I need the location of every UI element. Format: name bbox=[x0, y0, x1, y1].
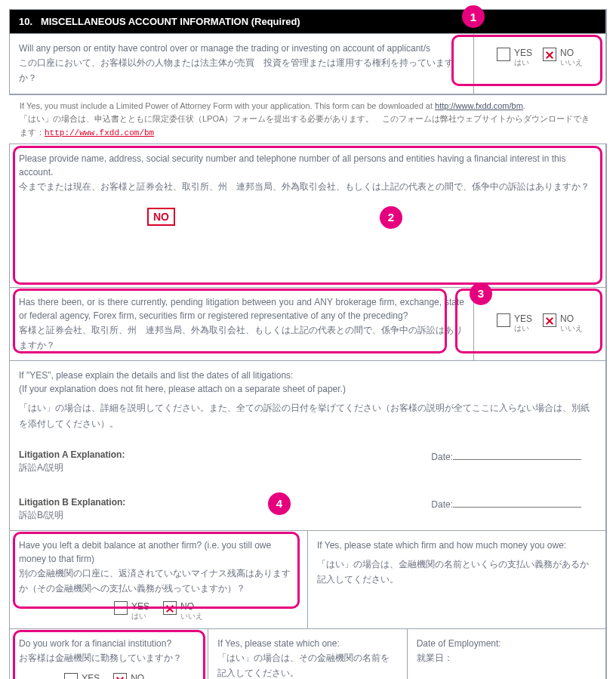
poa-link-en[interactable]: http://www.fxdd.com/bm bbox=[435, 101, 523, 110]
litigation-a-date-field[interactable] bbox=[453, 449, 581, 460]
poa-note: If Yes, you must include a Limited Power… bbox=[9, 95, 607, 144]
q4-no-checkbox[interactable] bbox=[163, 601, 177, 615]
q3-yes-checkbox[interactable] bbox=[497, 313, 510, 327]
q5-col2: If Yes, please state which one: 「はい」の場合は… bbox=[208, 628, 406, 679]
q2-box: Please provide name, address, social sec… bbox=[10, 144, 605, 287]
poa-link-jp[interactable]: http://www.fxdd.com/bm bbox=[45, 128, 154, 137]
annotation-badge-4: 4 bbox=[268, 492, 291, 515]
q2-no-stamp: NO bbox=[147, 208, 175, 226]
q3-question: Has there been, or is there currently, p… bbox=[10, 287, 473, 361]
annotation-badge-1: 1 bbox=[462, 5, 485, 28]
q1-no-checkbox[interactable] bbox=[543, 48, 556, 61]
litigation-a-label: Litigation A Explanation: bbox=[19, 449, 125, 460]
q5-col3: Date of Employment: 就業日： bbox=[407, 628, 605, 679]
litigation-explain: If "YES", please explain the details and… bbox=[10, 360, 605, 530]
section-header: 10. MISCELLANEOUS ACCOUNT INFORMATION (R… bbox=[10, 10, 605, 33]
annotation-badge-3: 3 bbox=[470, 282, 492, 305]
q4-right: If Yes, please state which firm and how … bbox=[307, 530, 605, 628]
q1-yes-checkbox[interactable] bbox=[497, 48, 510, 61]
section-title: MISCELLANEOUS ACCOUNT INFORMATION (Requi… bbox=[41, 16, 300, 27]
litigation-a-date-label: Date: bbox=[431, 452, 453, 462]
q3-yesno: YESはい NOいいえ bbox=[473, 287, 605, 361]
q5-yes-checkbox[interactable] bbox=[64, 673, 78, 679]
q4-yes-checkbox[interactable] bbox=[114, 601, 128, 615]
litigation-b-date-label: Date: bbox=[431, 499, 453, 510]
q4-left: Have you left a debit balance at another… bbox=[10, 530, 307, 628]
q5-col1: Do you work for a financial institution?… bbox=[10, 628, 208, 679]
litigation-b-label: Litigation B Explanation: bbox=[19, 497, 125, 508]
q3-no-checkbox[interactable] bbox=[543, 313, 556, 327]
q1-yesno: YESはい NOいいえ bbox=[473, 33, 605, 94]
q1-question: Will any person or entity have control o… bbox=[10, 33, 473, 94]
annotation-badge-2: 2 bbox=[380, 206, 402, 229]
section-number: 10. bbox=[19, 16, 32, 27]
q5-no-checkbox[interactable] bbox=[113, 673, 127, 679]
litigation-b-date-field[interactable] bbox=[453, 497, 581, 508]
